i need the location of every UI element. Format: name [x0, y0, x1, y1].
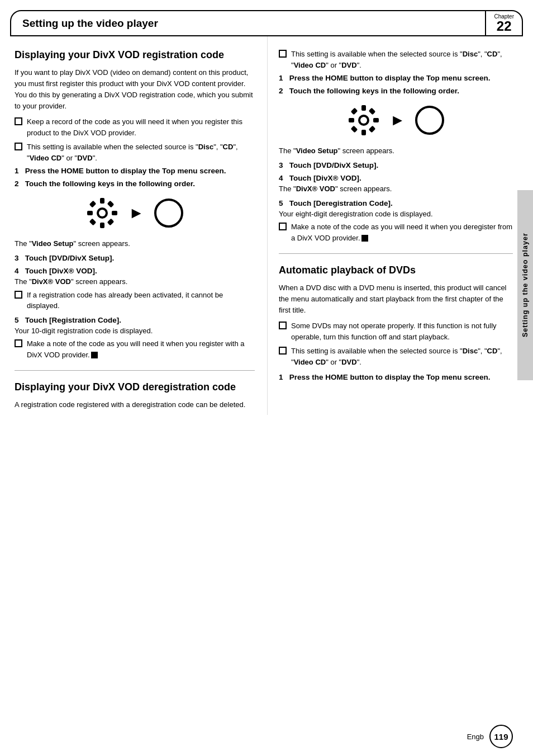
left-step4-label: 4 Touch [DivX® VOD]. [15, 267, 255, 275]
svg-point-26 [350, 119, 353, 122]
right-step5: 5 Touch [Deregistration Code]. Your eigh… [279, 199, 513, 244]
svg-rect-7 [107, 201, 115, 208]
bullet-icon-2 [15, 143, 22, 150]
left-bullet-2: This setting is available when the selec… [15, 141, 255, 163]
right-bullet-3a-text: Some DVDs may not operate properly. If t… [291, 320, 513, 342]
left-step2: 2 Touch the following keys in the follow… [15, 179, 255, 188]
right-bullet-1-text: This setting is available when the selec… [291, 49, 513, 70]
svg-point-25 [362, 131, 365, 134]
chapter-box: Chapter 22 [485, 11, 522, 35]
bullet-1-text: Keep a record of the code as you will ne… [27, 116, 255, 138]
right-auto-step1: 1 Press the HOME button to display the T… [279, 373, 513, 381]
right-step3: 3 Touch [DVD/DivX Setup]. [279, 161, 513, 169]
left-step4-body: The "DivX® VOD" screen appears. [15, 276, 255, 287]
left-column: Displaying your DivX VOD registration co… [10, 36, 267, 415]
left-step4-bullet: If a registration code has already been … [15, 290, 255, 311]
svg-rect-22 [350, 126, 358, 133]
svg-rect-8 [89, 219, 97, 226]
svg-point-12 [88, 211, 92, 215]
chapter-number: 22 [497, 20, 512, 33]
right-bullet-icon-3b [279, 347, 287, 355]
arrow-icon-left: ► [129, 204, 144, 222]
svg-rect-9 [107, 219, 115, 226]
svg-point-11 [101, 224, 104, 227]
page-title: Setting up the video player [11, 11, 485, 35]
content-area: Displaying your DivX VOD registration co… [10, 36, 523, 432]
right-video-setup-text: The "Video Setup" screen appears. [279, 145, 513, 157]
left-bullet-1: Keep a record of the code as you will ne… [15, 116, 255, 138]
gear-icon-left [86, 197, 118, 229]
left-step2-label: 2 Touch the following keys in the follow… [15, 179, 255, 188]
circle-icon-left [154, 199, 183, 228]
gear-icon-right [348, 104, 380, 136]
section2-intro: A registration code registered with a de… [15, 399, 255, 410]
left-step5: 5 Touch [Registration Code]. Your 10-dig… [15, 316, 255, 361]
right-bullet-3b: This setting is available when the selec… [279, 346, 513, 367]
right-step5-bullet: Make a note of the code as you will need… [279, 221, 513, 243]
section2-title: Displaying your DivX VOD deregistration … [15, 381, 255, 394]
right-step4: 4 Touch [DivX® VOD]. The "DivX® VOD" scr… [279, 174, 513, 195]
svg-point-24 [362, 106, 365, 110]
section3-intro: When a DVD disc with a DVD menu is inser… [279, 282, 513, 316]
arrow-icon-right: ► [390, 111, 406, 129]
end-mark-left [91, 352, 98, 358]
section-divider-left [15, 370, 255, 371]
right-column: This setting is available when the selec… [267, 36, 518, 415]
section3-title: Automatic playback of DVDs [279, 264, 513, 277]
left-step5-label: 5 Touch [Registration Code]. [15, 316, 255, 324]
left-step1: 1 Press the HOME button to display the T… [15, 167, 255, 175]
bullet-2-text: This setting is available when the selec… [27, 141, 255, 163]
svg-point-10 [101, 199, 104, 202]
icon-row-left: ► [15, 197, 255, 229]
right-bullet-3a: Some DVDs may not operate properly. If t… [279, 320, 513, 342]
right-bullet-icon-5 [279, 223, 287, 230]
left-step1-label: 1 Press the HOME button to display the T… [15, 167, 255, 175]
bullet-icon-5 [15, 339, 22, 347]
page-header: Setting up the video player Chapter 22 [10, 10, 523, 36]
svg-rect-6 [89, 201, 97, 208]
svg-point-27 [374, 119, 378, 122]
right-step2-label: 2 Touch the following keys in the follow… [279, 87, 513, 95]
svg-rect-23 [368, 126, 375, 133]
bullet-4-text: If a registration code has already been … [27, 290, 255, 311]
section-divider-right [279, 253, 513, 254]
svg-point-13 [113, 211, 116, 215]
svg-point-1 [99, 210, 106, 216]
right-bullet-icon-3a [279, 322, 287, 329]
right-step1-label: 1 Press the HOME button to display the T… [279, 74, 513, 82]
right-step5-body: Your eight-digit deregistration code is … [279, 209, 513, 220]
right-auto-step1-label: 1 Press the HOME button to display the T… [279, 373, 513, 381]
right-step2: 2 Touch the following keys in the follow… [279, 87, 513, 95]
right-bullet-1: This setting is available when the selec… [279, 49, 513, 70]
svg-rect-20 [350, 108, 358, 115]
right-step5-label: 5 Touch [Deregistration Code]. [279, 199, 513, 207]
icon-row-right: ► [279, 104, 513, 136]
right-step4-label: 4 Touch [DivX® VOD]. [279, 174, 513, 182]
circle-icon-right [415, 106, 444, 135]
right-bullet-3b-text: This setting is available when the selec… [291, 346, 513, 367]
engb-label: Engb [467, 733, 484, 741]
svg-rect-21 [368, 108, 375, 115]
bullet-icon-4 [15, 291, 22, 299]
left-step5-body: Your 10-digit registration code is displ… [15, 325, 255, 337]
sidebar-label: Setting up the video player [517, 190, 533, 380]
section1-title: Displaying your DivX VOD registration co… [15, 49, 255, 62]
page-footer: Engb 119 [0, 725, 533, 748]
left-step4: 4 Touch [DivX® VOD]. The "DivX® VOD" scr… [15, 267, 255, 311]
right-step3-label: 3 Touch [DVD/DivX Setup]. [279, 161, 513, 169]
end-mark-right [361, 235, 368, 242]
left-step3-label: 3 Touch [DVD/DivX Setup]. [15, 254, 255, 262]
svg-point-15 [360, 117, 367, 124]
page-number: 119 [489, 725, 513, 748]
right-bullet-5-text: Make a note of the code as you will need… [291, 221, 513, 243]
bullet-5-text: Make a note of the code as you will need… [27, 338, 255, 360]
right-bullet-icon-1 [279, 50, 287, 58]
left-step3: 3 Touch [DVD/DivX Setup]. [15, 254, 255, 262]
left-video-setup-text: The "Video Setup" screen appears. [15, 238, 255, 249]
left-step5-bullet: Make a note of the code as you will need… [15, 338, 255, 360]
right-step1: 1 Press the HOME button to display the T… [279, 74, 513, 82]
section1-intro: If you want to play DivX VOD (video on d… [15, 67, 255, 112]
right-step4-body: The "DivX® VOD" screen appears. [279, 183, 513, 195]
bullet-icon-1 [15, 117, 22, 125]
